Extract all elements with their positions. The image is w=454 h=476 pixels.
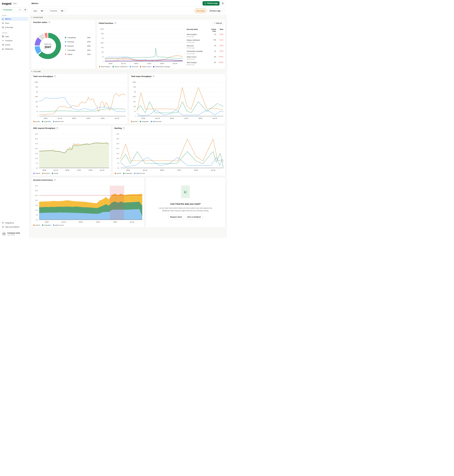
environment-filter-button[interactable] xyxy=(23,7,27,12)
legend-item-new-lead[interactable]: New lead xyxy=(130,66,138,67)
chart-plot-area[interactable] xyxy=(39,186,142,220)
legend-label: github-pr-bot xyxy=(55,224,64,226)
help-icon[interactable]: ? xyxy=(54,179,56,181)
legend-item-onboarding-campaign[interactable]: Onboarding campaign xyxy=(153,66,170,67)
legend-item-github-pr-bot[interactable]: github-pr-bot xyxy=(53,224,64,226)
donut-legend-item-failed[interactable]: Failed10% xyxy=(65,53,91,55)
help-icon[interactable]: ? xyxy=(56,127,58,129)
chart-title: Total steps throughput xyxy=(131,75,151,77)
y-axis-labels: 100M10M1M100K10K100101 xyxy=(33,82,39,116)
legend-item-growth[interactable]: growth xyxy=(115,173,121,174)
chart-plot-area[interactable] xyxy=(39,134,109,168)
legend-item-queued[interactable]: Queued xyxy=(42,173,50,174)
apps-filter[interactable]: Apps All xyxy=(31,8,47,13)
legend-item-github-pr-bot[interactable]: github-pr-bot xyxy=(151,121,161,122)
legend-item-growth[interactable]: growth xyxy=(131,121,138,122)
sidebar-item-runs[interactable]: Runs xyxy=(1,21,28,25)
donut-legend-item-cancelled[interactable]: Cancelled10% xyxy=(65,49,91,51)
give-feedback-button[interactable]: Give us feedback xyxy=(185,215,203,219)
legend-item-github-pr-bot[interactable]: github-pr-bot xyxy=(134,173,145,174)
legend-dot xyxy=(65,37,66,38)
legend-label: github-pr-bot xyxy=(136,173,145,174)
delay-badge[interactable]: 15m delay xyxy=(195,8,206,13)
legend-item-stripe-invoice[interactable]: Stripe invoice xyxy=(140,66,151,67)
legend-label: New lead xyxy=(132,66,138,67)
failed-runs-value: 10 xyxy=(208,33,216,35)
sidebar-item-functions[interactable]: Functions xyxy=(1,39,28,43)
legend-dot xyxy=(115,173,116,174)
y-tick-label: 15 K xyxy=(116,153,119,154)
y-tick-label: 10 xyxy=(36,111,38,112)
environment-select[interactable]: Production xyxy=(2,7,22,12)
help-icon[interactable]: ? xyxy=(114,22,116,24)
x-tick-mark xyxy=(117,116,117,117)
legend-item-deploy-notifications[interactable]: Deploy notifications xyxy=(113,66,128,67)
chart-plot-area[interactable] xyxy=(137,82,223,116)
legend-item-inngestbot[interactable]: inngestbot xyxy=(140,121,149,122)
legend-label: inngestbot xyxy=(142,121,149,122)
legend-item-github-pr-bot[interactable]: github-pr-bot xyxy=(53,121,64,122)
shortcut-key-label: K xyxy=(15,3,16,4)
sidebar-item-metrics[interactable]: Metrics xyxy=(1,17,28,21)
account-profile[interactable]: CN Company name User name xyxy=(2,232,27,236)
table-row[interactable]: New lead20 mins ago400.3% xyxy=(187,45,223,49)
chart-plot-area[interactable] xyxy=(121,134,223,168)
total-steps-chart[interactable]: 100M10M1M100K10K10010118:00Jun 1906:0012… xyxy=(131,82,223,122)
sidebar-item-webhooks[interactable]: Webhooks xyxy=(1,47,28,51)
settings-button[interactable] xyxy=(220,1,225,6)
topbar: Metrics Refresh page xyxy=(30,0,227,7)
table-row[interactable]: Onboarding campaign22 mins ago100.5% xyxy=(187,50,223,54)
help-icon[interactable]: ? xyxy=(123,127,125,129)
functions-filter[interactable]: Functions All xyxy=(48,8,67,13)
failed-rate-value: 0.1% xyxy=(216,39,223,41)
donut-legend-item-running[interactable]: Running47% xyxy=(65,41,91,43)
y-tick-label: 100K xyxy=(133,96,136,97)
sidebar-item-event-logs[interactable]: Event logs xyxy=(1,25,28,29)
help-icon[interactable]: ? xyxy=(48,21,50,23)
chart-legend: StartedQueuedEnded xyxy=(33,172,109,174)
table-row[interactable]: Deploy notification10 mins ago7000.1% xyxy=(187,39,223,43)
legend-item-inngestbot[interactable]: inngestbot xyxy=(42,121,51,122)
account-concurrency-chart[interactable]: 35 K30 K25 K20 K15 K10 K5 K0 K18:00Jun 1… xyxy=(33,186,142,226)
sidebar-item-integrations[interactable]: Integrations xyxy=(1,221,28,225)
total-runs-chart[interactable]: 100M10M1M100K10K10010118:00Jun 1906:0012… xyxy=(33,82,126,122)
table-row[interactable]: Web Analytics35 mins ago501.67% xyxy=(187,62,223,66)
backlog-chart[interactable]: 35 K30 K25 K20 K15 K10 K5 K0 K18:00Jun 1… xyxy=(114,134,223,174)
donut-legend-item-queued[interactable]: Queued15% xyxy=(65,45,91,47)
sidebar-item-events[interactable]: Events xyxy=(1,43,28,47)
legend-item-inngestbot[interactable]: inngestbot xyxy=(123,173,132,174)
y-tick-label: 10M xyxy=(133,86,136,88)
legend-item-ended[interactable]: Ended xyxy=(52,173,58,174)
legend-label: Ended xyxy=(54,173,58,174)
donut-legend-item-completed[interactable]: Completed24% xyxy=(65,37,91,39)
command-k-shortcut[interactable]: ⌘K xyxy=(13,2,17,5)
overview-section-header[interactable]: OVERVIEW xyxy=(31,17,225,18)
x-tick-label: 06:00 xyxy=(170,117,174,119)
request-charts-button[interactable]: Request charts xyxy=(168,215,184,219)
table-row[interactable]: Web Analytics5 mins ago100.5% xyxy=(187,33,223,37)
chart-plot-area[interactable] xyxy=(105,29,183,61)
sdk-request-chart[interactable]: 35 K30 K25 K20 K15 K10 K5 K0 K18:00Jun 1… xyxy=(33,134,109,174)
legend-item-started[interactable]: Started xyxy=(33,173,40,174)
sidebar-item-apps[interactable]: Apps xyxy=(1,34,28,38)
table-row[interactable]: Stripe invoice25 mins ago600.07% xyxy=(187,56,223,60)
function-status-donut[interactable]: Total runs 2047 xyxy=(35,33,61,59)
time-range-select[interactable]: 24 hours ago xyxy=(208,8,225,13)
legend-item-web-analytics[interactable]: Web Analytics xyxy=(99,66,111,67)
sidebar-item-help-and-feedback[interactable]: ? Help and feedback xyxy=(1,225,28,229)
help-icon[interactable]: ? xyxy=(152,75,154,77)
help-icon[interactable]: ? xyxy=(54,75,56,77)
y-axis-labels: 35 K30 K25 K20 K15 K10 K5 K0 K xyxy=(33,186,39,220)
legend-item-inngestbot[interactable]: inngestbot xyxy=(42,224,51,226)
chart-plot-area[interactable] xyxy=(39,82,126,116)
legend-item-growth[interactable]: growth xyxy=(33,121,40,122)
volume-section-header[interactable]: VOLUME xyxy=(31,71,225,72)
y-tick-label: 10 xyxy=(134,111,136,112)
failed-functions-chart[interactable]: 100M10M1M100K10K10010118:00Jun 1906:0012… xyxy=(99,29,183,67)
view-all-button[interactable]: ↗ View all xyxy=(212,21,223,25)
failed-function-name: Deploy notification xyxy=(187,39,208,41)
y-tick-label: 25 K xyxy=(116,143,119,145)
refresh-page-button[interactable]: Refresh page xyxy=(203,1,219,6)
legend-item-growth[interactable]: growth xyxy=(33,224,40,226)
runs-list-icon xyxy=(2,22,4,24)
